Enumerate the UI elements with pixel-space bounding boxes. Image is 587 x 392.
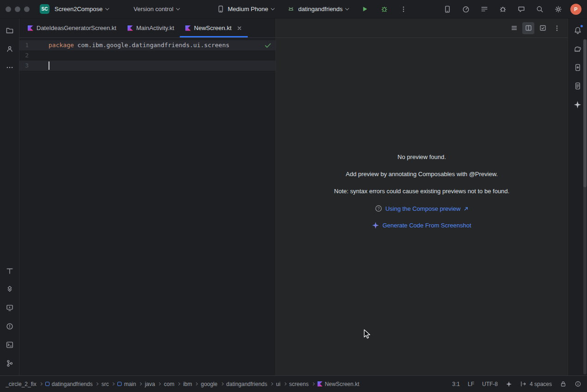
device-explorer-icon: [574, 63, 582, 72]
run-config-label: datingandfriends: [298, 6, 342, 12]
encoding-widget[interactable]: UTF-8: [482, 381, 498, 387]
line-separator-widget[interactable]: LF: [468, 381, 474, 387]
module-icon: [45, 382, 49, 386]
run-config-selector[interactable]: datingandfriends: [284, 2, 352, 16]
device-files-icon: [574, 82, 582, 90]
layout-tool-button[interactable]: [2, 263, 17, 278]
ai-assistant-button[interactable]: [515, 3, 528, 16]
breadcrumb-item[interactable]: java: [145, 381, 155, 387]
line-number[interactable]: 1: [19, 40, 29, 50]
line-number[interactable]: 3: [19, 61, 29, 71]
breadcrumb-item[interactable]: _circle_2_fix: [6, 381, 37, 387]
indent-icon: [520, 380, 527, 387]
zoom-window-button[interactable]: [24, 6, 30, 12]
breadcrumb-item[interactable]: screens: [289, 381, 309, 387]
info-icon: [575, 380, 581, 387]
debug-button[interactable]: [378, 3, 391, 16]
breadcrumb-item[interactable]: com: [164, 381, 174, 387]
user-avatar[interactable]: P: [570, 4, 581, 15]
folder-icon: [6, 26, 14, 35]
breadcrumb-item[interactable]: ui: [276, 381, 280, 387]
problems-icon: [6, 322, 14, 331]
inspections-widget[interactable]: [264, 42, 271, 52]
version-control-label: Version control: [134, 6, 173, 12]
settings-button[interactable]: [552, 3, 565, 16]
chevron-right-icon: [195, 382, 198, 386]
list-view-button[interactable]: [508, 22, 520, 34]
close-window-button[interactable]: [6, 6, 11, 12]
search-everywhere-button[interactable]: [533, 3, 546, 16]
statusbar: _circle_2_fix datingandfriends src main …: [0, 375, 587, 392]
version-control-menu[interactable]: Version control: [130, 2, 183, 16]
tab-newscreen[interactable]: NewScreen.kt: [180, 18, 248, 37]
add-preview-hint: Add preview by annotating Composables wi…: [346, 171, 498, 178]
breadcrumb-item-file[interactable]: NewScreen.kt: [318, 381, 360, 387]
info-widget[interactable]: [575, 380, 581, 387]
breadcrumb-item[interactable]: datingandfriends: [45, 381, 93, 387]
breadcrumb-item[interactable]: src: [101, 381, 109, 387]
chevron-right-icon: [95, 382, 98, 386]
generate-code-link[interactable]: Generate Code From Screenshot: [372, 222, 471, 229]
resource-manager-button[interactable]: [2, 282, 17, 297]
debug-icon: [380, 5, 388, 13]
t-square-icon: [6, 267, 14, 275]
chevron-down-icon: [105, 6, 109, 10]
breadcrumb-item[interactable]: datingandfriends: [226, 381, 268, 387]
run-icon: [361, 6, 368, 12]
compose-preview-docs-link[interactable]: ? Using the Compose preview: [375, 205, 469, 212]
device-file-manager-button[interactable]: [570, 79, 585, 93]
preview-more-button[interactable]: [551, 22, 563, 34]
tab-mainactivity[interactable]: MainActivity.kt: [122, 18, 180, 37]
scrollbar-thumb[interactable]: [583, 39, 587, 187]
project-badge-icon: SC: [40, 4, 49, 14]
ai-status-widget[interactable]: [506, 381, 512, 387]
profiler-icon: [462, 5, 470, 13]
code-editor[interactable]: 1 package com.ibm.google.datingandfriend…: [19, 38, 275, 375]
minimize-window-button[interactable]: [15, 6, 20, 12]
run-button[interactable]: [358, 3, 371, 16]
resource-diamonds-icon: [6, 285, 14, 294]
breadcrumb-item[interactable]: ibm: [183, 381, 192, 387]
indent-widget[interactable]: 4 spaces: [520, 380, 552, 387]
split-view-button[interactable]: [522, 22, 534, 34]
window-scrollbar[interactable]: [583, 39, 587, 374]
ui-check-button[interactable]: [537, 22, 549, 34]
device-selector[interactable]: Medium Phone: [214, 2, 277, 16]
commit-tool-button[interactable]: [2, 42, 17, 56]
running-devices-button[interactable]: [2, 300, 17, 315]
breadcrumb-label: java: [145, 381, 155, 387]
close-tab-icon[interactable]: [237, 25, 242, 31]
gemini-tool-button[interactable]: [570, 97, 585, 112]
question-icon: ?: [375, 205, 382, 212]
project-tool-button[interactable]: [2, 23, 17, 38]
more-tools-button[interactable]: [2, 60, 17, 75]
docs-link-label: Using the Compose preview: [385, 205, 461, 212]
project-name: Screen2Compose: [55, 6, 103, 12]
profiler-button[interactable]: [459, 3, 472, 16]
caret-position-widget[interactable]: 3:1: [452, 381, 460, 387]
app-quality-insights-button[interactable]: [496, 3, 509, 16]
version-control-tool-button[interactable]: [2, 356, 17, 371]
more-run-actions-button[interactable]: [397, 3, 410, 16]
terminal-tool-button[interactable]: [2, 337, 17, 352]
breadcrumb-label: screens: [289, 381, 309, 387]
sparkle-icon: [506, 381, 512, 387]
breadcrumb-label: google: [201, 381, 217, 387]
device-manager-icon: [443, 5, 452, 13]
problems-tool-button[interactable]: [2, 319, 17, 334]
breadcrumb-item[interactable]: main: [117, 381, 136, 387]
project-switcher[interactable]: Screen2Compose: [51, 2, 112, 16]
logcat-button[interactable]: [478, 3, 491, 16]
device-manager-button[interactable]: [441, 3, 454, 16]
device-explorer-button[interactable]: [570, 60, 585, 75]
svg-text:?: ?: [377, 206, 379, 211]
line-number[interactable]: 2: [19, 50, 29, 61]
android-app-icon: [287, 5, 295, 13]
ui-check-icon: [539, 24, 547, 32]
gradle-tool-button[interactable]: [570, 42, 585, 56]
write-access-widget[interactable]: [560, 380, 567, 387]
breadcrumb-item[interactable]: google: [201, 381, 217, 387]
inspection-ok-icon: [264, 43, 271, 49]
tab-dateideasgeneratorscreen[interactable]: DateIdeasGeneratorScreen.kt: [22, 18, 122, 37]
notifications-button[interactable]: [570, 23, 585, 38]
